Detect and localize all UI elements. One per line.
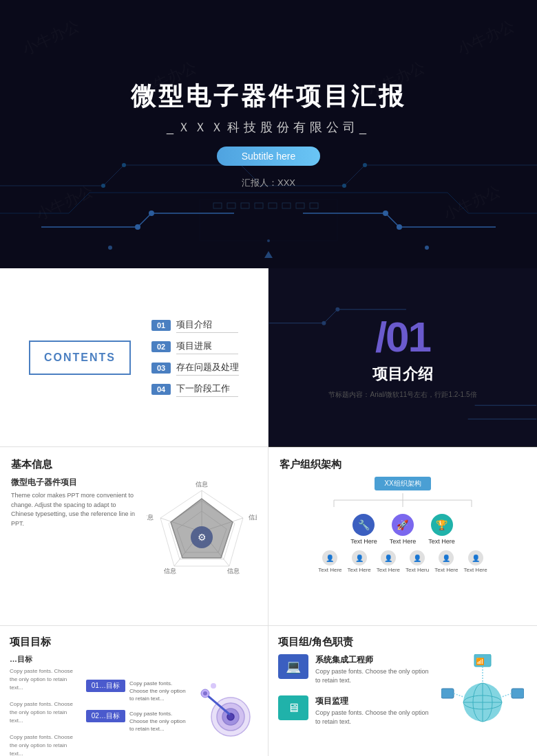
svg-text:⚙: ⚙ [198, 532, 207, 543]
svg-rect-80 [441, 689, 454, 698]
svg-point-74 [211, 683, 216, 689]
contents-item-2: 02 项目进展 [151, 340, 239, 354]
svg-point-20 [135, 224, 140, 230]
slide-goals: 项目目标 …目标 Copy paste fonts. Choose the on… [0, 626, 268, 756]
slide-contents: CONTENTS 01 项目介绍 02 项目进展 03 存在问题及处理 04 下… [0, 268, 268, 447]
svg-text:信息: 信息 [164, 568, 176, 574]
svg-line-83 [454, 693, 463, 697]
role-icon-1: 💻 [278, 654, 308, 679]
goal-num-2: 02…目标 [86, 710, 125, 722]
org-node-2: 🚀 Text Here [390, 514, 417, 545]
org-sub-label-3: Text Here [377, 567, 400, 573]
svg-marker-38 [264, 251, 273, 258]
svg-rect-33 [255, 203, 263, 208]
org-section-title: 客户组织架构 [280, 458, 526, 471]
svg-point-26 [397, 224, 402, 230]
goals-left: …目标 Copy paste fonts. Choose the only op… [10, 654, 78, 756]
contents-text-2: 项目进展 [176, 340, 238, 354]
main-title: 微型电子器件项目汇报 [131, 80, 406, 114]
svg-point-21 [149, 210, 154, 216]
slide01-desc: 节标题内容：Arial/微软11号左右，行距1.2-1.5倍 [315, 390, 490, 400]
contents-num-1: 01 [151, 320, 171, 331]
org-sub-label-4: Text Heru [406, 567, 429, 573]
org-label-1: Text Here [350, 538, 377, 545]
org-sub-icon-4: 👤 [410, 550, 425, 565]
svg-point-25 [383, 210, 388, 216]
org-sub-icon-3: 👤 [381, 550, 396, 565]
radar-chart: ⚙ 信息 信息 信息 信息 信息 [147, 477, 257, 580]
org-sub-label-6: Text Here [463, 567, 487, 573]
contents-text-4: 下一阶段工作 [176, 382, 238, 397]
slide-01: /01 项目介绍 节标题内容：Arial/微软11号左右，行距1.2-1.5倍 [268, 268, 537, 447]
contents-text-3: 存在问题及处理 [176, 361, 239, 376]
svg-line-1 [103, 165, 124, 186]
org-connector-top [299, 493, 506, 507]
svg-rect-37 [310, 203, 318, 208]
contents-num-4: 04 [151, 384, 171, 395]
contents-box: CONTENTS [29, 341, 131, 375]
org-sub-label-1: Text Here [318, 567, 341, 573]
svg-point-3 [101, 184, 105, 188]
subtitle-button[interactable]: Subtitle here [217, 147, 321, 166]
svg-rect-34 [268, 203, 277, 208]
goal-block-2: 02…目标 Copy paste fonts. Choose the only … [86, 710, 188, 733]
svg-text:信息: 信息 [196, 481, 208, 488]
project-title: 微型电子器件项目 [11, 477, 140, 488]
goal-desc-1: Copy paste fonts. Choose the only option… [129, 680, 188, 703]
contents-item-4: 04 下一阶段工作 [151, 382, 239, 397]
svg-point-29 [267, 239, 270, 242]
role-title-1: 系统集成工程师 [315, 654, 431, 666]
svg-rect-32 [241, 203, 249, 208]
svg-rect-30 [213, 203, 222, 208]
svg-line-12 [69, 193, 90, 213]
org-level2: 🔧 Text Here 🚀 Text Here 🏆 Text Here [350, 514, 455, 545]
svg-point-73 [203, 691, 207, 695]
team-section-title: 项目组/角色职责 [278, 636, 527, 649]
team-content: 💻 系统集成工程师 Copy paste fonts. Choose the o… [278, 654, 527, 737]
svg-text:信息: 信息 [227, 568, 240, 574]
org-sub-icon-5: 👤 [439, 550, 454, 565]
role-desc-1: Copy paste fonts. Choose the only option… [315, 667, 431, 684]
contents-text-1: 项目介绍 [176, 318, 238, 333]
project-desc: Theme color makes PPT more convenient to… [11, 491, 140, 528]
slide-team: 项目组/角色职责 💻 系统集成工程师 Copy paste fonts. Cho… [268, 626, 537, 756]
goals-content: …目标 Copy paste fonts. Choose the only op… [10, 654, 258, 756]
slide-basic-info: 基本信息 微型电子器件项目 Theme color makes PPT more… [0, 447, 268, 626]
contents-item-1: 01 项目介绍 [151, 318, 239, 333]
role-title-2: 项目监理 [315, 695, 431, 707]
svg-point-9 [342, 184, 346, 188]
org-label-3: Text Here [428, 538, 455, 545]
goals-section-title: 项目目标 [10, 636, 258, 649]
svg-rect-35 [282, 203, 291, 208]
org-sub-icon-1: 👤 [322, 550, 337, 565]
slide-title: 小牛办公 小牛办公 小牛办公 小牛办公 小牛办公 小牛办公 微型电子器件项目汇报… [0, 0, 537, 268]
svg-point-10 [363, 163, 367, 167]
svg-line-40 [324, 310, 337, 323]
basic-content: 微型电子器件项目 Theme color makes PPT more conv… [11, 477, 257, 580]
team-role-1: 💻 系统集成工程师 Copy paste fonts. Choose the o… [278, 654, 431, 684]
contents-num-3: 03 [151, 363, 171, 374]
org-sub-5: 👤 Text Here [434, 550, 458, 573]
org-icon-3: 🏆 [431, 514, 453, 536]
org-sub-1: 👤 Text Here [318, 550, 341, 573]
goal-num-1: 01…目标 [86, 680, 125, 692]
network-svg: 📶 [441, 654, 524, 737]
svg-line-23 [386, 213, 399, 227]
org-icon-2: 🚀 [392, 514, 414, 536]
svg-point-28 [108, 246, 112, 250]
left-goal-desc: Copy paste fonts. Choose the only option… [10, 667, 78, 756]
role-desc-2: Copy paste fonts. Choose the only option… [315, 709, 431, 726]
svg-point-4 [122, 163, 126, 167]
contents-label: CONTENTS [44, 352, 116, 363]
org-sub-label-2: Text Here [348, 567, 371, 573]
org-label-2: Text Here [390, 538, 417, 545]
role-info-1: 系统集成工程师 Copy paste fonts. Choose the onl… [315, 654, 431, 684]
org-sub-label-5: Text Here [434, 567, 458, 573]
svg-line-14 [448, 193, 468, 213]
svg-point-43 [335, 307, 339, 312]
team-roles-list: 💻 系统集成工程师 Copy paste fonts. Choose the o… [278, 654, 431, 726]
contents-item-3: 03 存在问题及处理 [151, 361, 239, 376]
org-sub-2: 👤 Text Here [348, 550, 371, 573]
left-goal-num: …目标 [10, 654, 78, 665]
svg-rect-31 [227, 203, 235, 208]
